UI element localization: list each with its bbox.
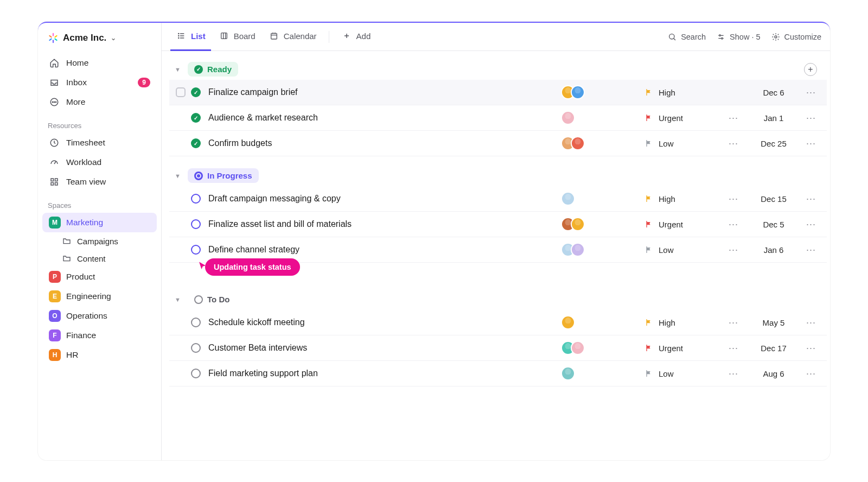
row-more-icon[interactable]: ··· [723, 112, 744, 124]
row-more-icon[interactable]: ··· [723, 193, 744, 205]
assignees[interactable] [561, 136, 637, 150]
task-row[interactable]: Finalize asset list and bill of material… [169, 212, 827, 237]
space-item-operations[interactable]: OOperations [42, 306, 157, 326]
group-header-progress[interactable]: ▼ In Progress [169, 165, 827, 186]
row-menu-icon[interactable]: ··· [803, 87, 819, 98]
nav-teamview[interactable]: Team view [42, 172, 157, 192]
priority-cell[interactable]: High [644, 88, 715, 97]
assignees[interactable] [561, 85, 637, 99]
avatar [571, 136, 585, 150]
assignees[interactable] [561, 111, 637, 125]
avatar [571, 85, 585, 99]
task-status-icon[interactable]: ✓ [191, 87, 201, 97]
due-date[interactable]: Dec 15 [752, 194, 795, 204]
status-pill-progress[interactable]: In Progress [188, 168, 259, 183]
task-status-icon[interactable] [191, 343, 201, 353]
due-date[interactable]: Dec 6 [752, 88, 795, 97]
priority-cell[interactable]: Urgent [644, 113, 715, 123]
task-row[interactable]: ✓ Finalize campaign brief High Dec 6 ··· [169, 80, 827, 105]
task-checkbox[interactable] [176, 87, 186, 97]
row-menu-icon[interactable]: ··· [803, 317, 819, 328]
priority-cell[interactable]: Low [644, 245, 715, 255]
task-status-icon[interactable] [191, 194, 201, 204]
task-row[interactable]: ✓ Audience & market research Urgent ··· … [169, 105, 827, 131]
assignees[interactable] [561, 341, 637, 355]
due-date[interactable]: Jan 1 [752, 113, 795, 123]
assignees[interactable] [561, 243, 637, 257]
search-button[interactable]: Search [667, 31, 706, 42]
priority-label: Low [659, 245, 674, 255]
space-item-engineering[interactable]: EEngineering [42, 287, 157, 306]
status-pill-ready[interactable]: ✓ Ready [188, 62, 238, 77]
row-more-icon[interactable]: ··· [723, 219, 744, 230]
folder-item-campaigns[interactable]: Campaigns [42, 232, 157, 250]
due-date[interactable]: Dec 17 [752, 344, 795, 353]
view-tab-board[interactable]: Board [213, 23, 261, 51]
nav-inbox[interactable]: Inbox 9 [42, 73, 157, 92]
task-status-icon[interactable]: ✓ [191, 138, 201, 148]
assignees[interactable] [561, 192, 637, 206]
assignees[interactable] [561, 217, 637, 231]
row-more-icon[interactable]: ··· [723, 343, 744, 354]
row-more-icon[interactable]: ··· [723, 138, 744, 149]
task-row[interactable]: Field marketing support plan Low ··· Aug… [169, 361, 827, 386]
space-item-hr[interactable]: HHR [42, 345, 157, 365]
group-header-todo[interactable]: ▼ To Do [169, 289, 827, 310]
task-status-icon[interactable]: ✓ [191, 113, 201, 123]
priority-cell[interactable]: Low [644, 369, 715, 378]
collapse-caret-icon[interactable]: ▼ [175, 296, 182, 303]
view-tab-calendar[interactable]: Calendar [263, 23, 322, 51]
nav-home[interactable]: Home [42, 53, 157, 73]
due-date[interactable]: Dec 5 [752, 220, 795, 229]
task-row[interactable]: Schedule kickoff meeting High ··· May 5 … [169, 310, 827, 335]
view-tab-list[interactable]: List [170, 23, 211, 51]
toolbar: List Board Calendar Add [162, 23, 830, 51]
space-item-finance[interactable]: FFinance [42, 326, 157, 345]
priority-cell[interactable]: High [644, 194, 715, 204]
task-status-icon[interactable] [191, 318, 201, 327]
nav-more[interactable]: More [42, 92, 157, 112]
row-menu-icon[interactable]: ··· [803, 112, 819, 124]
nav-timesheet[interactable]: Timesheet [42, 133, 157, 153]
customize-button[interactable]: Customize [770, 31, 822, 42]
row-menu-icon[interactable]: ··· [803, 138, 819, 149]
task-status-icon[interactable] [191, 369, 201, 378]
add-task-button[interactable]: + [804, 63, 817, 76]
task-row[interactable]: Define channel strategy Low ··· Jan 6 ··… [169, 237, 827, 263]
add-view-button[interactable]: Add [336, 23, 376, 51]
svg-point-34 [719, 35, 721, 36]
row-menu-icon[interactable]: ··· [803, 343, 819, 354]
priority-cell[interactable]: Urgent [644, 344, 715, 353]
task-row[interactable]: Customer Beta interviews Urgent ··· Dec … [169, 335, 827, 361]
row-menu-icon[interactable]: ··· [803, 219, 819, 230]
priority-cell[interactable]: Urgent [644, 220, 715, 229]
collapse-caret-icon[interactable]: ▼ [175, 173, 182, 179]
space-item-marketing[interactable]: MMarketing [42, 213, 157, 232]
row-menu-icon[interactable]: ··· [803, 193, 819, 205]
nav-workload[interactable]: Workload [42, 153, 157, 172]
priority-cell[interactable]: Low [644, 139, 715, 148]
row-more-icon[interactable]: ··· [723, 244, 744, 256]
task-status-icon[interactable] [191, 219, 201, 229]
space-item-product[interactable]: PProduct [42, 267, 157, 287]
row-menu-icon[interactable]: ··· [803, 368, 819, 379]
priority-cell[interactable]: High [644, 318, 715, 327]
due-date[interactable]: May 5 [752, 318, 795, 327]
task-row[interactable]: ✓ Confirm budgets Low ··· Dec 25 ··· [169, 131, 827, 156]
due-date[interactable]: Aug 6 [752, 369, 795, 378]
task-row[interactable]: Draft campaign messaging & copy High ···… [169, 186, 827, 212]
assignees[interactable] [561, 315, 637, 329]
task-status-icon[interactable] [191, 245, 201, 255]
row-more-icon[interactable]: ··· [723, 317, 744, 328]
row-more-icon[interactable]: ··· [723, 368, 744, 379]
due-date[interactable]: Dec 25 [752, 139, 795, 148]
workspace-switcher[interactable]: Acme Inc. ⌄ [38, 28, 161, 48]
status-pill-todo[interactable]: To Do [188, 292, 236, 307]
collapse-caret-icon[interactable]: ▼ [175, 66, 182, 73]
row-menu-icon[interactable]: ··· [803, 244, 819, 256]
group-header-ready[interactable]: ▼ ✓ Ready + [169, 59, 827, 80]
assignees[interactable] [561, 366, 637, 380]
show-button[interactable]: Show · 5 [716, 31, 760, 42]
due-date[interactable]: Jan 6 [752, 245, 795, 255]
folder-item-content[interactable]: Content [42, 250, 157, 267]
